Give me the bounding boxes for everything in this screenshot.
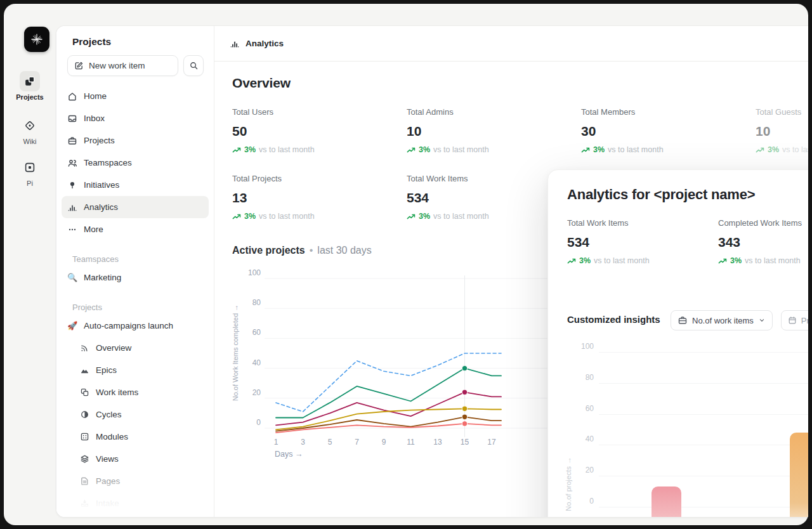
svg-text:No.of Work Items completed →: No.of Work Items completed →	[232, 304, 239, 402]
stat-change: 3%vs to last month	[232, 212, 407, 221]
bar-chart-y-axis-label: No.of projects →	[565, 457, 572, 511]
sidebar-item-projects[interactable]: Projects	[62, 129, 209, 152]
insight-filters: No.of work itemsPriorityG	[671, 310, 808, 330]
trending-up-icon	[407, 147, 416, 153]
calendar-icon	[788, 316, 797, 325]
stat-change-percent: 3%	[419, 212, 430, 221]
sidebar-nav: HomeInboxProjectsTeamspacesInitiativesAn…	[62, 85, 209, 514]
sidebar-item-label: More	[84, 225, 103, 234]
svg-text:17: 17	[487, 438, 496, 447]
filter-label: No.of work items	[692, 316, 754, 325]
surface: Projects New work item HomeInboxProjects…	[56, 25, 808, 518]
layers-icon	[80, 454, 89, 464]
rail-item-pi[interactable]: Pi	[4, 157, 56, 187]
svg-text:Days →: Days →	[275, 450, 303, 459]
bar-ytick-label: 60	[572, 404, 594, 413]
stat-label: Total Projects	[232, 174, 407, 183]
marketing-emoji-icon: 🔍	[67, 273, 77, 282]
sidebar-item-initiatives[interactable]: Initiatives	[62, 174, 209, 196]
chart-title: Active projects	[232, 245, 305, 256]
trending-up-icon	[407, 213, 416, 220]
sidebar-item-teamspaces[interactable]: Teamspaces	[62, 152, 209, 174]
project-subitem-pages[interactable]: Pages	[62, 470, 209, 492]
topbar: Analytics	[214, 26, 808, 62]
subitem-label: Modules	[96, 432, 128, 441]
project-subitem-intake[interactable]: Intake	[62, 492, 209, 514]
stat-total-admins: Total Admins103%vs to last month	[407, 107, 581, 154]
screenshot-stage: ProjectsWikiPi Projects New work item Ho…	[0, 0, 812, 529]
trending-up-icon	[718, 258, 727, 264]
stat-change-percent: 3%	[244, 145, 256, 154]
users-icon	[67, 158, 77, 168]
overlapping-squares-icon	[24, 75, 36, 87]
rail-item-label: Projects	[16, 93, 43, 101]
rail-item-label: Pi	[27, 180, 33, 187]
diamond-icon	[23, 119, 36, 132]
app-logo[interactable]	[24, 27, 49, 52]
stat-change-suffix: vs to last month	[745, 256, 801, 265]
project-subitem-work-items[interactable]: Work items	[62, 381, 209, 403]
project-subitem-epics[interactable]: Epics	[62, 359, 209, 381]
project-subitem-overview[interactable]: Overview	[62, 337, 209, 359]
left-rail: ProjectsWikiPi	[4, 4, 56, 525]
filter-button-priority[interactable]: Priority	[781, 310, 808, 330]
app-window: ProjectsWikiPi Projects New work item Ho…	[4, 4, 808, 525]
search-button[interactable]	[183, 55, 204, 76]
new-work-item-label: New work item	[89, 61, 145, 70]
svg-text:13: 13	[433, 438, 442, 447]
stat-completed-work-items: Completed Work Items3433%vs to last mont…	[718, 218, 808, 265]
bar-ytick-label: 100	[572, 342, 594, 351]
rail-item-wiki[interactable]: Wiki	[4, 115, 56, 145]
half-circle-icon	[80, 410, 89, 419]
home-icon	[67, 91, 77, 101]
stacked-cubes-icon	[80, 388, 89, 397]
new-work-item-button[interactable]: New work item	[67, 55, 178, 76]
stat-label: Total Admins	[407, 107, 581, 117]
auto-campaigns launch-emoji-icon: 🚀	[67, 321, 77, 330]
breadcrumb-label: Analytics	[246, 39, 284, 48]
stat-change-suffix: vs to last month	[259, 212, 315, 221]
inbox-icon	[67, 114, 77, 124]
priority-bar-chart[interactable]: 100806040200No.of projects →UrgentHighSt…	[548, 341, 808, 518]
stat-change: 3%vs to last month	[567, 256, 718, 265]
svg-text:9: 9	[382, 438, 386, 447]
chart-range-label: last 30 days	[317, 245, 371, 256]
rail-item-projects[interactable]: Projects	[4, 71, 56, 101]
project-subitem-cycles[interactable]: Cycles	[62, 403, 209, 426]
briefcase-icon	[678, 315, 688, 325]
sidebar-title: Projects	[72, 36, 111, 48]
bar-ytick-label: 20	[572, 466, 594, 474]
stat-total-members: Total Members303%vs to last month	[581, 107, 756, 154]
bar-urgent[interactable]	[652, 487, 681, 518]
stat-value: 343	[718, 235, 808, 250]
bar-gridline	[599, 476, 808, 476]
sidebar-item-more[interactable]: More	[62, 218, 209, 240]
bar-gridline	[599, 383, 808, 384]
stat-change-percent: 3%	[579, 256, 591, 265]
bar-high[interactable]	[790, 433, 809, 518]
svg-text:3: 3	[301, 438, 305, 447]
bar-ytick-label: 80	[572, 373, 594, 382]
stat-change-suffix: vs to last month	[259, 145, 315, 154]
svg-text:5: 5	[328, 438, 332, 447]
trending-up-icon	[232, 147, 241, 153]
stat-change-suffix: vs to last month	[782, 145, 808, 154]
initiative-icon	[67, 180, 77, 190]
stat-label: Completed Work Items	[718, 218, 808, 228]
subitem-label: Overview	[96, 343, 131, 353]
sidebar-item-inbox[interactable]: Inbox	[62, 107, 209, 129]
breadcrumb[interactable]: Analytics	[230, 39, 284, 49]
sidebar-item-home[interactable]: Home	[62, 85, 209, 107]
chart-separator: •	[310, 245, 313, 256]
subitem-label: Epics	[96, 365, 117, 375]
sidebar: Projects New work item HomeInboxProjects…	[56, 26, 214, 517]
project-subitem-views[interactable]: Views	[62, 448, 209, 470]
sidebar-item-marketing[interactable]: 🔍Marketing	[62, 266, 209, 289]
subitem-label: Cycles	[96, 410, 122, 419]
sidebar-item-auto-campaigns-launch[interactable]: 🚀Auto-campaigns launch	[62, 315, 209, 337]
bar-chart-icon	[230, 39, 240, 49]
sidebar-item-analytics[interactable]: Analytics	[62, 196, 209, 218]
filter-button-no-of-work-items[interactable]: No.of work items	[671, 310, 773, 330]
stat-change: 3%vs to last month	[232, 145, 407, 154]
project-subitem-modules[interactable]: Modules	[62, 426, 209, 448]
